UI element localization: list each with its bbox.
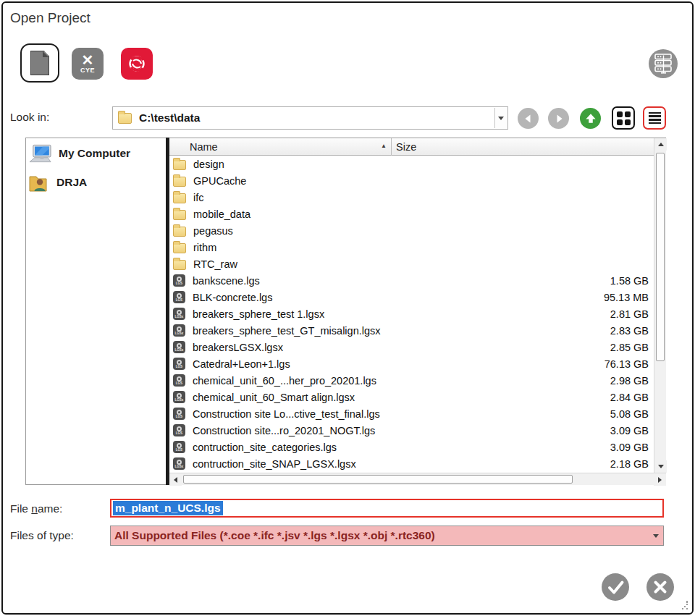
column-divider[interactable] <box>391 138 392 156</box>
lgs-file-icon: LGS <box>173 441 185 453</box>
column-header-name[interactable]: Name <box>190 141 218 153</box>
current-path: C:\test\data <box>139 111 200 125</box>
up-directory-button[interactable] <box>580 108 601 129</box>
folder-icon <box>173 227 186 237</box>
table-row[interactable]: LGSConstruction site Lo...ctive_test_fin… <box>169 405 654 422</box>
table-row[interactable]: mobile_data <box>169 206 654 222</box>
triangle-down-icon <box>658 465 664 468</box>
table-row[interactable]: ifc <box>169 189 654 206</box>
cyclone-project-button[interactable] <box>121 48 153 80</box>
scroll-left-button[interactable] <box>169 473 182 486</box>
table-row[interactable]: design <box>169 156 654 172</box>
file-list-rows: designGPUCacheifcmobile_datapegasusrithm… <box>169 156 654 474</box>
table-row[interactable]: LGSxbreakers_sphere_test 1.lgsx2.81 GB <box>169 305 654 322</box>
vertical-scrollbar[interactable] <box>654 138 666 473</box>
folder-icon <box>173 243 186 253</box>
pane-splitter[interactable] <box>166 138 169 485</box>
arrow-right-icon <box>552 111 566 126</box>
chevron-down-icon <box>498 117 504 120</box>
folder-icon <box>173 177 186 187</box>
files-of-type-select[interactable]: All Supported Files (*.coe *.ifc *.jsv *… <box>110 526 664 546</box>
table-row[interactable]: LGScontruction_site_categories.lgs3.09 G… <box>169 439 654 455</box>
list-header: Name ▲ Size <box>169 138 654 156</box>
triangle-left-icon <box>174 477 177 483</box>
server-browse-button[interactable] <box>649 49 678 78</box>
resize-grip[interactable] <box>679 601 688 609</box>
file-name-cell: breakers_sphere_test 1.lgsx <box>193 308 324 320</box>
file-name-cell: breakers_sphere_test_GT_misalign.lgsx <box>193 325 381 337</box>
file-name-cell: RTC_raw <box>193 258 237 270</box>
file-size-cell: 2.83 GB <box>610 325 649 337</box>
files-of-type-label: Files of type: <box>10 529 74 542</box>
sidebar-item-my-computer[interactable]: My Computer <box>29 142 130 165</box>
triangle-up-icon <box>658 143 664 146</box>
file-name-cell: Construction site...ro_20201_NOGT.lgs <box>193 425 375 436</box>
horizontal-scrollbar-thumb[interactable] <box>183 475 573 484</box>
file-name-cell: breakersLGSX.lgsx <box>193 342 283 353</box>
vertical-scrollbar-thumb[interactable] <box>656 153 665 361</box>
table-row[interactable]: LGSbankscene.lgs1.58 GB <box>169 272 654 289</box>
folder-icon <box>173 210 186 220</box>
table-row[interactable]: LGSchemical_unit_60_...her_pro_20201.lgs… <box>169 372 654 389</box>
file-name-cell: chemical_unit_60_Smart align.lgsx <box>193 392 355 403</box>
swirl-icon <box>125 51 149 76</box>
combo-dropdown-button[interactable] <box>494 108 507 128</box>
back-button[interactable] <box>518 108 539 129</box>
file-name-cell: rithm <box>193 242 216 253</box>
table-row[interactable]: LGSxcontruction_site_SNAP_LGSX.lgsx2.18 … <box>169 455 654 472</box>
scroll-up-button[interactable] <box>654 138 667 151</box>
lgs-file-icon: LGSx <box>173 341 185 353</box>
table-row[interactable]: GPUCache <box>169 172 654 189</box>
scroll-down-button[interactable] <box>654 460 667 473</box>
table-row[interactable]: LGSxchemical_unit_60_Smart align.lgsx2.8… <box>169 389 654 405</box>
grid-view-button[interactable] <box>612 106 635 130</box>
lgs-file-icon: LGSx <box>173 324 185 337</box>
arrow-left-icon <box>521 111 536 126</box>
file-name-cell: Catedral+Leon+1.lgs <box>193 358 290 370</box>
look-in-combobox[interactable]: C:\test\data <box>112 106 508 130</box>
sidebar-item-drja[interactable]: DRJA <box>29 171 87 194</box>
file-size-cell: 2.98 GB <box>610 375 649 387</box>
file-name-input[interactable]: m_plant_n_UCS.lgs <box>110 499 664 518</box>
table-row[interactable]: rithm <box>169 239 654 256</box>
file-size-cell: 5.08 GB <box>610 408 649 420</box>
table-row[interactable]: pegasus <box>169 222 654 239</box>
list-view-button[interactable] <box>643 106 666 130</box>
table-row[interactable]: LGSConstruction site...ro_20201_NOGT.lgs… <box>169 422 654 439</box>
new-document-button[interactable] <box>20 43 59 83</box>
file-size-cell: 2.85 GB <box>610 342 649 353</box>
scroll-right-button[interactable] <box>654 473 666 486</box>
lgs-file-icon: LGS <box>173 408 185 420</box>
table-row[interactable]: LGSBLK-concrete.lgs95.13 MB <box>169 289 654 305</box>
forward-button[interactable] <box>548 108 569 129</box>
table-row[interactable]: LGSCatedral+Leon+1.lgs76.13 GB <box>169 355 654 372</box>
cross-arrows-icon: ✕ <box>82 54 94 67</box>
table-row[interactable]: LGSxbreakers_sphere_test_GT_misalign.lgs… <box>169 322 654 339</box>
file-size-cell: 2.84 GB <box>610 392 649 403</box>
column-header-size[interactable]: Size <box>396 141 416 153</box>
file-name-cell: design <box>193 159 224 170</box>
file-size-cell: 2.81 GB <box>610 308 649 320</box>
cye-project-button[interactable]: ✕ CYE <box>72 48 104 80</box>
folder-icon <box>173 260 186 270</box>
cancel-button[interactable] <box>646 573 674 601</box>
server-stack-icon <box>654 54 673 74</box>
file-name-cell: GPUCache <box>193 175 246 187</box>
table-row[interactable]: LGSxbreakersLGSX.lgsx2.85 GB <box>169 339 654 355</box>
file-name-cell: chemical_unit_60_...her_pro_20201.lgs <box>193 375 376 387</box>
lgs-file-icon: LGS <box>173 291 185 303</box>
file-size-cell: 3.09 GB <box>610 425 649 436</box>
files-of-type-value: All Supported Files (*.coe *.ifc *.jsv *… <box>114 529 435 542</box>
ok-button[interactable] <box>602 573 629 601</box>
user-folder-icon <box>29 173 49 192</box>
file-size-cell: 3.09 GB <box>610 442 649 453</box>
triangle-right-icon <box>658 477 662 483</box>
horizontal-scrollbar[interactable] <box>169 473 666 485</box>
folder-icon <box>118 113 132 124</box>
table-row[interactable]: RTC_raw <box>169 256 654 272</box>
file-name-cell: ifc <box>193 192 204 203</box>
arrow-up-icon <box>584 111 598 126</box>
sidebar-item-label: DRJA <box>56 176 87 189</box>
file-name-cell: Construction site Lo...ctive_test_final.… <box>193 408 380 420</box>
page-title: Open Project <box>10 10 90 26</box>
